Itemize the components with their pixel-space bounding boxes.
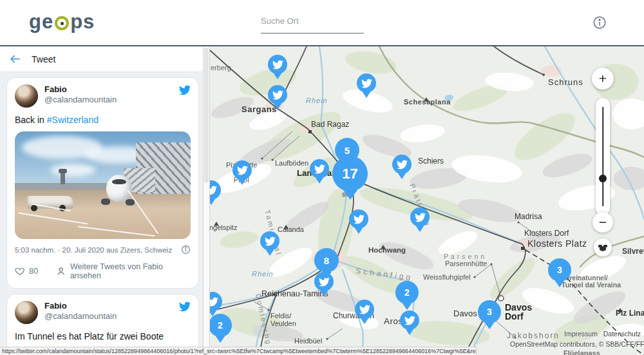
tweet-pin[interactable] xyxy=(357,73,376,93)
map-label: Dorf xyxy=(505,311,524,321)
zoom-in-button[interactable]: + xyxy=(592,68,614,90)
browser-status-bar: https://twitter.com/calandamountain/stat… xyxy=(0,347,477,355)
map-label: Madrisa xyxy=(515,212,542,221)
station-davos-dorf xyxy=(498,296,504,301)
station-klosters xyxy=(521,247,524,250)
map-label: Tunnel dal Veraina xyxy=(562,281,621,289)
tweet-pin[interactable] xyxy=(349,209,368,229)
more-tweets-link[interactable]: Weitere Tweets von Fabio ansehen xyxy=(70,262,191,280)
cluster-pin[interactable]: 2 xyxy=(395,281,419,304)
fly-icon xyxy=(598,244,608,252)
footer-links: Impressum Datenschutz xyxy=(564,330,641,338)
tweet-pin[interactable] xyxy=(268,85,287,104)
tweet-author: Fabio xyxy=(44,301,179,311)
cluster-pin[interactable]: 3 xyxy=(548,258,571,282)
zoom-slider[interactable] xyxy=(596,98,610,215)
app-window: ge ps Tweet xyxy=(0,0,644,355)
map-label: Flüelapass xyxy=(564,349,600,355)
tweet-pin[interactable] xyxy=(400,311,419,330)
osm-attribution[interactable]: OpenStreetMap contributors, © SBB/CFF/FF… xyxy=(510,340,644,348)
logo-text-ps: ps xyxy=(70,10,95,34)
tweet-info-icon[interactable] xyxy=(181,245,191,254)
control-tower xyxy=(61,169,65,184)
tweet-handle: @calandamountain xyxy=(44,311,179,321)
map-label: Rhein xyxy=(252,270,274,278)
tweet-timestamp: 5:03 nachm. · 20. Juli 2020 aus Zizers, … xyxy=(15,246,181,254)
tweet-card: Fabio @calandamountain Back in #Switzerl… xyxy=(6,77,199,289)
hashtag-link[interactable]: #Switzerland xyxy=(47,115,99,125)
sidebar-title: Tweet xyxy=(32,54,55,64)
datenschutz-link[interactable]: Datenschutz xyxy=(603,330,641,338)
map-label: Veulden xyxy=(270,320,296,327)
avatar[interactable] xyxy=(15,301,38,324)
app-header: ge ps xyxy=(0,0,644,45)
map-label: Laufböden xyxy=(275,159,308,167)
zoom-out-button[interactable]: − xyxy=(592,212,613,233)
tweet-pin[interactable] xyxy=(355,300,374,319)
map-label: Calanda xyxy=(278,225,305,233)
map-label: Jakobshorn xyxy=(507,331,560,340)
tweet-pin[interactable] xyxy=(392,155,412,174)
sidebar-header: Tweet xyxy=(0,46,210,72)
person-icon xyxy=(56,266,66,276)
zoom-slider-handle[interactable] xyxy=(599,175,607,182)
tweet-pin[interactable] xyxy=(260,231,279,251)
map-label: Schiers xyxy=(418,157,444,166)
map-label: Heidbüel xyxy=(294,337,322,345)
tweet-list: Fabio @calandamountain Back in #Switzerl… xyxy=(0,72,203,355)
tweet-sidebar: Tweet Fabio @calandamountain Back in #Sw… xyxy=(0,46,210,355)
map-label: Schruns xyxy=(548,77,583,87)
tweet-author: Fabio xyxy=(44,84,179,95)
logo-o-ring-icon xyxy=(55,16,69,30)
cluster-pin[interactable]: 3 xyxy=(478,300,501,323)
map-label: Bad Ragaz xyxy=(311,120,349,129)
map-label: Klosters Dorf xyxy=(524,229,569,238)
map-label: ngelspitz xyxy=(210,224,237,231)
map[interactable]: erberg. Sargans Rhein Bad Ragaz Schesapl… xyxy=(210,46,644,355)
map-label: Klosters Platz xyxy=(527,238,587,249)
fly-button[interactable] xyxy=(594,238,612,256)
sidebar-scrollbar[interactable] xyxy=(203,46,210,355)
geops-logo[interactable]: ge ps xyxy=(29,10,95,34)
impressum-link[interactable]: Impressum xyxy=(564,330,598,338)
map-label: Silvret xyxy=(622,247,644,256)
like-heart-icon[interactable] xyxy=(15,266,24,276)
twitter-bird-icon[interactable] xyxy=(179,84,191,96)
logo-text-ge: ge xyxy=(29,10,53,34)
tweet-text: Im Tunnel es hat Platz für zwei Boote xyxy=(15,331,191,342)
map-label: Hochwang xyxy=(368,246,406,254)
tweet-pin[interactable] xyxy=(410,207,430,227)
map-label: Weissfluhgipfel xyxy=(423,273,471,281)
avatar[interactable] xyxy=(15,84,38,108)
map-label: erberg. xyxy=(211,64,233,72)
search-box xyxy=(261,9,364,34)
twitter-bird-icon[interactable] xyxy=(179,301,191,312)
station-bad-ragaz xyxy=(308,130,312,133)
cluster-pin[interactable]: 17 xyxy=(332,156,368,191)
map-label: Reichenau-Tamins xyxy=(261,289,328,298)
map-label: Feldis/ xyxy=(270,312,292,320)
cluster-pin[interactable]: 8 xyxy=(314,248,339,273)
like-count: 80 xyxy=(29,267,38,276)
map-label: Piz Linar xyxy=(616,309,644,318)
tweet-handle: @calandamountain xyxy=(44,95,179,105)
tweet-text: Back in #Switzerland xyxy=(15,114,191,126)
map-label: Rhein xyxy=(306,97,328,104)
map-label: Sargans xyxy=(242,104,277,114)
search-input[interactable] xyxy=(261,16,374,26)
tweet-card: Fabio @calandamountain Im Tunnel es hat … xyxy=(6,294,199,355)
tweet-pin[interactable] xyxy=(232,160,252,180)
tweet-pin[interactable] xyxy=(310,159,329,178)
zoom-slider-track xyxy=(602,107,603,206)
map-label: Schesaplana xyxy=(404,98,451,106)
map-label: Parsennhütte xyxy=(445,260,487,267)
tweet-pin[interactable] xyxy=(268,55,287,74)
tweet-photo-airport[interactable] xyxy=(15,131,191,239)
airplane xyxy=(106,175,132,202)
back-arrow-icon[interactable] xyxy=(9,53,21,65)
info-icon[interactable] xyxy=(592,15,607,30)
scrollbar-thumb[interactable] xyxy=(204,48,209,183)
